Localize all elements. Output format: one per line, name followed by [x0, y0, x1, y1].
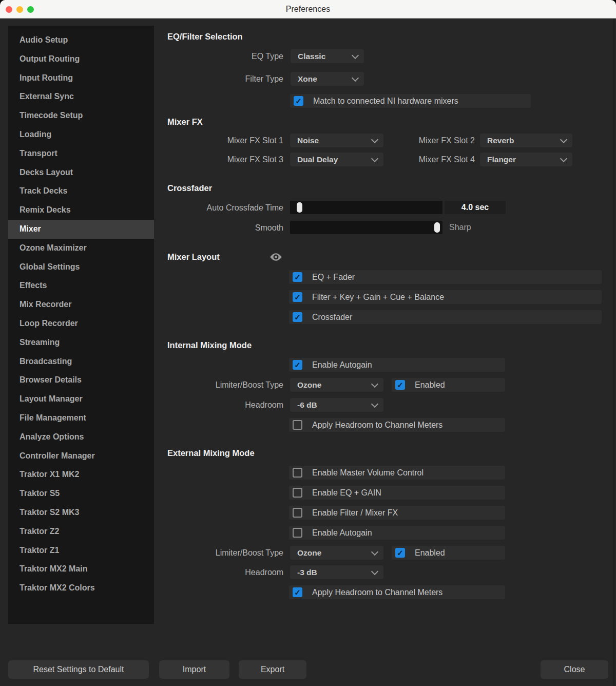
external-limiter-type-dropdown[interactable]: Ozone: [290, 546, 383, 560]
sidebar-item-effects[interactable]: Effects: [8, 276, 154, 295]
chevron-down-icon: [371, 136, 378, 143]
checkbox-unchecked-icon[interactable]: [293, 528, 302, 538]
section-title-crossfader: Crossfader: [167, 183, 212, 193]
eye-icon[interactable]: [269, 251, 283, 265]
sidebar-item-traktor-z2[interactable]: Traktor Z2: [8, 522, 154, 541]
auto-crossfade-time-slider[interactable]: [290, 201, 442, 214]
slider-handle[interactable]: [434, 222, 440, 233]
checkbox-unchecked-icon[interactable]: [293, 468, 302, 478]
layout-filter-key-gain-label: Filter + Key + Gain + Cue + Balance: [312, 293, 444, 302]
checkbox-checked-icon[interactable]: ✓: [293, 360, 302, 370]
sidebar-item-controller-manager[interactable]: Controller Manager: [8, 447, 154, 466]
checkbox-unchecked-icon[interactable]: [293, 420, 302, 430]
mixer-fx-slot4-dropdown[interactable]: Flanger: [480, 153, 572, 166]
sidebar-item-ozone-maximizer[interactable]: Ozone Maximizer: [8, 239, 154, 258]
internal-headroom-dropdown[interactable]: -6 dB: [290, 398, 383, 412]
section-title-mixer-layout: Mixer Layout: [167, 252, 220, 262]
sidebar-item-browser-details[interactable]: Browser Details: [8, 371, 154, 390]
auto-crossfade-time-value: 4.0 sec: [445, 201, 506, 214]
layout-crossfader-checkbox-row[interactable]: ✓ Crossfader: [289, 310, 602, 324]
checkbox-checked-icon[interactable]: ✓: [294, 96, 303, 106]
mixer-fx-slot2-value: Reverb: [487, 136, 514, 145]
external-master-volume-checkbox-row[interactable]: Enable Master Volume Control: [289, 466, 505, 480]
internal-headroom-value: -6 dB: [297, 401, 317, 410]
checkbox-checked-icon[interactable]: ✓: [293, 312, 302, 322]
sidebar-item-streaming[interactable]: Streaming: [8, 333, 154, 352]
external-apply-headroom-checkbox-row[interactable]: ✓ Apply Headroom to Channel Meters: [289, 585, 505, 599]
mixer-fx-slot1-label: Mixer FX Slot 1: [167, 134, 283, 147]
sidebar-item-traktor-s5[interactable]: Traktor S5: [8, 484, 154, 503]
reset-settings-button[interactable]: Reset Settings to Default: [8, 660, 149, 679]
sidebar-item-traktor-mx2-main[interactable]: Traktor MX2 Main: [8, 560, 154, 579]
eq-type-dropdown[interactable]: Classic: [291, 49, 364, 63]
sidebar-item-loading[interactable]: Loading: [8, 125, 154, 144]
sidebar-item-loop-recorder[interactable]: Loop Recorder: [8, 314, 154, 333]
sidebar-item-traktor-mx2-colors[interactable]: Traktor MX2 Colors: [8, 579, 154, 598]
import-button[interactable]: Import: [159, 660, 229, 679]
chevron-down-icon: [371, 567, 378, 575]
filter-type-dropdown[interactable]: Xone: [291, 72, 364, 86]
section-title-mixer-fx: Mixer FX: [167, 117, 203, 127]
checkbox-unchecked-icon[interactable]: [293, 508, 302, 518]
checkbox-unchecked-icon[interactable]: [293, 488, 302, 498]
sidebar-item-mixer[interactable]: Mixer: [8, 220, 154, 239]
sidebar-item-mix-recorder[interactable]: Mix Recorder: [8, 295, 154, 314]
internal-limiter-type-dropdown[interactable]: Ozone: [290, 378, 383, 392]
check-icon: ✓: [294, 361, 301, 369]
sidebar-item-remix-decks[interactable]: Remix Decks: [8, 201, 154, 220]
sidebar-item-layout-manager[interactable]: Layout Manager: [8, 390, 154, 409]
checkbox-checked-icon[interactable]: ✓: [293, 272, 302, 282]
sidebar-item-traktor-x1-mk2[interactable]: Traktor X1 MK2: [8, 465, 154, 484]
sidebar-item-decks-layout[interactable]: Decks Layout: [8, 163, 154, 182]
chevron-down-icon: [371, 155, 378, 162]
external-filter-mixerfx-checkbox-row[interactable]: Enable Filter / Mixer FX: [289, 506, 505, 520]
sidebar-item-traktor-z1[interactable]: Traktor Z1: [8, 541, 154, 560]
export-button[interactable]: Export: [239, 660, 306, 679]
mixer-fx-slot3-dropdown[interactable]: Dual Delay: [290, 153, 383, 166]
internal-headroom-label: Headroom: [167, 398, 283, 412]
external-headroom-dropdown[interactable]: -3 dB: [290, 565, 383, 579]
sidebar-item-external-sync[interactable]: External Sync: [8, 87, 154, 106]
sidebar-item-transport[interactable]: Transport: [8, 144, 154, 163]
check-icon: ✓: [294, 273, 301, 281]
sidebar-item-global-settings[interactable]: Global Settings: [8, 258, 154, 277]
close-button[interactable]: Close: [541, 660, 608, 679]
sidebar-item-input-routing[interactable]: Input Routing: [8, 69, 154, 88]
external-limiter-enabled-label: Enabled: [415, 548, 445, 558]
sidebar-item-timecode-setup[interactable]: Timecode Setup: [8, 106, 154, 125]
sidebar-item-track-decks[interactable]: Track Decks: [8, 182, 154, 201]
external-eq-gain-checkbox-row[interactable]: Enable EQ + GAIN: [289, 486, 505, 500]
sidebar-item-audio-setup[interactable]: Audio Setup: [8, 31, 154, 50]
external-limiter-enabled-checkbox-row[interactable]: ✓ Enabled: [392, 546, 505, 560]
internal-apply-headroom-checkbox-row[interactable]: Apply Headroom to Channel Meters: [289, 418, 505, 432]
external-enable-autogain-checkbox-row[interactable]: Enable Autogain: [289, 526, 505, 540]
slider-handle[interactable]: [297, 202, 302, 213]
sidebar-item-output-routing[interactable]: Output Routing: [8, 50, 154, 69]
mixer-fx-slot4-label: Mixer FX Slot 4: [390, 153, 475, 166]
internal-enable-autogain-checkbox-row[interactable]: ✓ Enable Autogain: [289, 358, 505, 372]
sidebar-item-analyze-options[interactable]: Analyze Options: [8, 428, 154, 447]
sidebar-item-file-management[interactable]: File Management: [8, 409, 154, 428]
checkbox-checked-icon[interactable]: ✓: [293, 292, 302, 302]
eq-type-value: Classic: [298, 52, 325, 61]
check-icon: ✓: [295, 97, 302, 105]
external-eq-gain-label: Enable EQ + GAIN: [312, 488, 381, 498]
layout-filter-key-gain-checkbox-row[interactable]: ✓ Filter + Key + Gain + Cue + Balance: [289, 290, 602, 304]
sidebar-item-broadcasting[interactable]: Broadcasting: [8, 352, 154, 371]
scrollbar-track[interactable]: [613, 18, 614, 686]
checkbox-checked-icon[interactable]: ✓: [293, 587, 302, 597]
checkbox-checked-icon[interactable]: ✓: [395, 548, 405, 558]
mixer-fx-slot1-dropdown[interactable]: Noise: [290, 134, 383, 147]
sidebar-item-traktor-s2-mk3[interactable]: Traktor S2 MK3: [8, 503, 154, 522]
chevron-down-icon: [560, 155, 567, 162]
crossfader-curve-slider[interactable]: [290, 221, 442, 234]
check-icon: ✓: [294, 313, 301, 321]
checkbox-checked-icon[interactable]: ✓: [395, 380, 405, 390]
mixer-fx-slot2-dropdown[interactable]: Reverb: [480, 134, 572, 147]
external-limiter-type-value: Ozone: [297, 548, 321, 558]
internal-limiter-type-value: Ozone: [297, 380, 321, 390]
section-title-eq-filter: EQ/Filter Selection: [167, 32, 243, 42]
layout-eq-fader-checkbox-row[interactable]: ✓ EQ + Fader: [289, 270, 602, 284]
match-ni-hardware-checkbox-row[interactable]: ✓ Match to connected NI hardware mixers: [290, 94, 531, 108]
internal-limiter-enabled-checkbox-row[interactable]: ✓ Enabled: [392, 378, 505, 392]
